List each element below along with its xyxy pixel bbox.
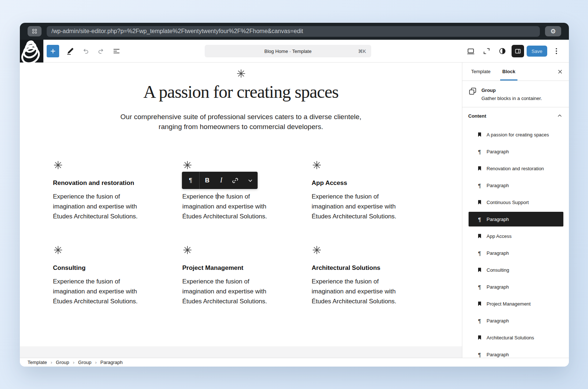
list-view-button[interactable] bbox=[110, 44, 123, 58]
template-canvas[interactable]: A passion for creating spaces Our compre… bbox=[20, 63, 462, 346]
breadcrumb-item[interactable]: Paragraph bbox=[100, 360, 123, 365]
paragraph-icon: ¶ bbox=[476, 250, 483, 256]
page-subtitle[interactable]: Our comprehensive suite of professional … bbox=[116, 112, 366, 132]
command-shortcut: ⌘K bbox=[358, 49, 366, 54]
document-title: Blog Home · Template bbox=[264, 49, 311, 54]
sidebar-list-item[interactable]: ¶Paragraph bbox=[469, 347, 563, 358]
sidebar-list-item[interactable]: ¶Paragraph bbox=[469, 246, 563, 260]
sidebar-list-item[interactable]: ¶Paragraph bbox=[469, 313, 563, 328]
paragraph-icon: ¶ bbox=[476, 182, 483, 189]
content-section-title: Content bbox=[468, 113, 486, 119]
close-sidebar-button[interactable] bbox=[556, 67, 564, 76]
breadcrumb-separator: › bbox=[51, 360, 52, 365]
tab-template[interactable]: Template bbox=[465, 63, 496, 81]
chevron-down-icon bbox=[247, 178, 253, 183]
breadcrumb-separator: › bbox=[73, 360, 74, 365]
site-logo[interactable] bbox=[20, 40, 43, 63]
asterisk-icon bbox=[312, 160, 404, 170]
card-body[interactable]: Experience the fusion of imagination and… bbox=[182, 276, 275, 306]
breadcrumb-item[interactable]: Group bbox=[56, 360, 69, 365]
bold-button[interactable]: B bbox=[200, 172, 215, 189]
spiral-logo-icon bbox=[20, 40, 43, 63]
sidebar-list-item[interactable]: ¶Paragraph bbox=[469, 279, 563, 294]
toolbar-more-button[interactable] bbox=[243, 172, 258, 189]
content-section-header[interactable]: Content bbox=[462, 107, 569, 124]
service-card[interactable]: ConsultingExperience the fusion of imagi… bbox=[53, 245, 146, 306]
sidebar-list-item[interactable]: Project Management bbox=[469, 296, 563, 311]
sidebar-panel-icon bbox=[514, 47, 522, 55]
sidebar-list-item[interactable]: ¶Paragraph bbox=[469, 144, 563, 159]
pencil-icon bbox=[66, 47, 75, 56]
block-label: Project Management bbox=[487, 301, 531, 307]
asterisk-icon bbox=[312, 245, 404, 255]
block-label: App Access bbox=[487, 233, 512, 239]
link-icon bbox=[231, 176, 239, 185]
card-body[interactable]: Experience the fusion of imagination and… bbox=[53, 192, 146, 221]
editor-toolbar-left: + bbox=[47, 44, 123, 58]
sidebar-list-item[interactable]: ¶Paragraph bbox=[469, 178, 563, 193]
asterisk-icon bbox=[53, 160, 146, 170]
sidebar-list-item[interactable]: ¶Paragraph bbox=[469, 212, 563, 226]
kebab-menu-icon bbox=[552, 47, 561, 56]
card-body[interactable]: Experience the fusion of imagination and… bbox=[53, 276, 146, 306]
document-title-bar[interactable]: Blog Home · Template ⌘K bbox=[205, 45, 371, 57]
sidebar-list-item[interactable]: A passion for creating spaces bbox=[469, 127, 563, 142]
undo-icon bbox=[81, 47, 90, 56]
plus-icon: + bbox=[50, 47, 55, 56]
block-toolbar: ¶ B I bbox=[182, 172, 258, 189]
gear-icon: ⚙ bbox=[550, 28, 556, 35]
paragraph-icon: ¶ bbox=[476, 284, 483, 290]
edit-tools-button[interactable] bbox=[64, 44, 77, 58]
sidebar-list-item[interactable]: App Access bbox=[469, 229, 563, 243]
bookmark-icon bbox=[476, 334, 483, 341]
settings-button[interactable]: ⚙ bbox=[545, 26, 561, 36]
block-card-text: Group Gather blocks in a container. bbox=[481, 87, 542, 101]
block-card: Group Gather blocks in a container. bbox=[462, 81, 569, 107]
settings-sidebar-toggle[interactable] bbox=[512, 45, 524, 57]
service-card[interactable]: App AccessExperience the fusion of imagi… bbox=[312, 160, 404, 221]
card-body[interactable]: Experience the fusion of imagination and… bbox=[312, 276, 404, 306]
style-variations-button[interactable] bbox=[496, 44, 509, 58]
service-card[interactable]: Renovation and restorationExperience the… bbox=[53, 160, 146, 221]
card-body[interactable]: Experience the fusion of imagination and… bbox=[312, 192, 404, 221]
block-inserter-button[interactable]: + bbox=[47, 45, 59, 57]
breadcrumb-item[interactable]: Group bbox=[78, 360, 92, 365]
view-device-button[interactable] bbox=[464, 44, 477, 58]
bookmark-icon bbox=[476, 267, 483, 273]
block-label: Paragraph bbox=[487, 250, 509, 256]
options-menu-button[interactable] bbox=[550, 44, 563, 58]
zoom-out-view-button[interactable] bbox=[480, 44, 493, 58]
page-title[interactable]: A passion for creating spaces bbox=[20, 82, 462, 102]
sidebar-tabs: Template Block bbox=[462, 63, 569, 81]
italic-button[interactable]: I bbox=[215, 172, 227, 189]
address-bar[interactable]: /wp-admin/site-editor.php?p=%2Fwp_templa… bbox=[47, 26, 540, 37]
service-card[interactable]: Architectural SolutionsExperience the fu… bbox=[312, 245, 404, 306]
sidebar-list-item[interactable]: Consulting bbox=[469, 263, 563, 277]
block-label: Consulting bbox=[487, 267, 509, 273]
sidebar-block-list: A passion for creating spaces¶ParagraphR… bbox=[462, 124, 569, 358]
sidebar-list-item[interactable]: Continuous Support bbox=[469, 195, 563, 210]
link-button[interactable] bbox=[227, 172, 243, 189]
browser-titlebar: /wp-admin/site-editor.php?p=%2Fwp_templa… bbox=[20, 23, 569, 40]
card-body[interactable]: Experience the fusion of imagination and… bbox=[182, 192, 275, 221]
app-grid-button[interactable] bbox=[28, 26, 42, 36]
paragraph-block-button[interactable]: ¶ bbox=[182, 172, 200, 189]
bookmark-icon bbox=[476, 300, 483, 307]
service-card[interactable]: Continuous SupportExperience the fusion … bbox=[182, 160, 275, 221]
bookmark-icon bbox=[476, 233, 483, 239]
sidebar-list-item[interactable]: Architectural Solutions bbox=[469, 330, 563, 345]
redo-button[interactable] bbox=[94, 44, 108, 58]
block-label: Continuous Support bbox=[487, 200, 529, 205]
asterisk-icon bbox=[53, 245, 146, 255]
sidebar-list-item[interactable]: Renovation and restoration bbox=[469, 161, 563, 176]
save-button[interactable]: Save bbox=[527, 46, 547, 57]
paragraph-icon: ¶ bbox=[476, 149, 483, 155]
tab-block[interactable]: Block bbox=[496, 63, 521, 81]
service-card[interactable]: Project ManagementExperience the fusion … bbox=[182, 245, 275, 306]
breadcrumb-item[interactable]: Template bbox=[28, 360, 47, 365]
block-label: Paragraph bbox=[487, 183, 509, 188]
undo-button[interactable] bbox=[79, 44, 92, 58]
block-label: Paragraph bbox=[487, 318, 509, 324]
hero-asterisk bbox=[20, 68, 462, 79]
card-title: Project Management bbox=[182, 264, 275, 272]
